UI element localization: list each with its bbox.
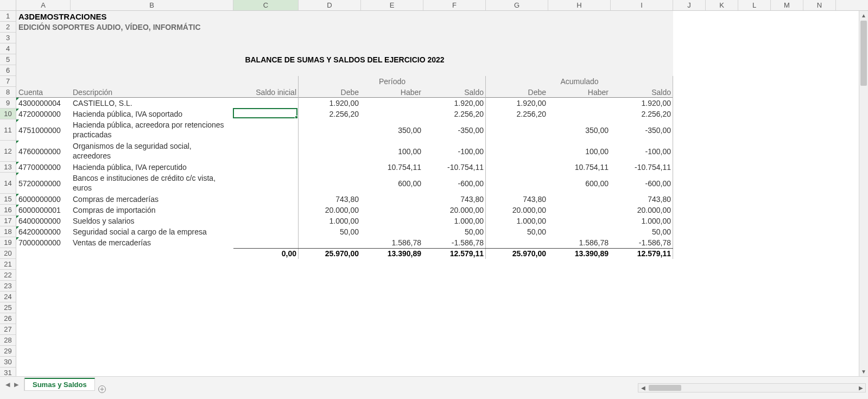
row-header-18[interactable]: 18: [0, 226, 16, 237]
total-ph: 13.390,89: [361, 248, 423, 259]
row-header-26[interactable]: 26: [0, 313, 16, 324]
cell-grid[interactable]: A3DEMOSTRACIONESEDICIÓN SOPORTES AUDIO, …: [16, 11, 868, 376]
cell-ah: 10.754,11: [548, 162, 611, 173]
scroll-down-arrow[interactable]: ▼: [859, 367, 868, 376]
row-header-23[interactable]: 23: [0, 281, 16, 292]
cell-ph: 600,00: [361, 173, 423, 194]
total-ad: 25.970,00: [486, 248, 548, 259]
col-header-N[interactable]: N: [803, 0, 836, 10]
cell-ps: -10.754,11: [423, 162, 486, 173]
hdr-descripcion: Descripción: [71, 87, 233, 98]
row-header-30[interactable]: 30: [0, 357, 16, 368]
tab-next-icon[interactable]: ▶: [14, 381, 18, 388]
col-header-G[interactable]: G: [486, 0, 548, 10]
hdr-cuenta: Cuenta: [16, 87, 71, 98]
row-header-17[interactable]: 17: [0, 216, 16, 226]
sheet-tab-active[interactable]: Sumas y Saldos: [24, 378, 95, 391]
cell-si: [233, 194, 299, 205]
col-header-J[interactable]: J: [673, 0, 706, 10]
cell-ad: [486, 237, 548, 248]
row-header-1[interactable]: 1: [0, 11, 16, 22]
cell-ad: 20.000,00: [486, 205, 548, 216]
cell-ad: 50,00: [486, 226, 548, 237]
scroll-left-arrow[interactable]: ◀: [638, 385, 648, 391]
tab-prev-icon[interactable]: ◀: [5, 381, 10, 388]
cell-si: [233, 205, 299, 216]
col-header-F[interactable]: F: [423, 0, 486, 10]
scroll-right-arrow[interactable]: ▶: [856, 385, 865, 391]
row-header-22[interactable]: 22: [0, 270, 16, 281]
row-header-14[interactable]: 14: [0, 173, 16, 194]
cell-ph: [361, 226, 423, 237]
col-header-L[interactable]: L: [738, 0, 771, 10]
row-header-20[interactable]: 20: [0, 248, 16, 259]
row-header-15[interactable]: 15: [0, 194, 16, 205]
col-header-A[interactable]: A: [16, 0, 71, 10]
row-header-13[interactable]: 13: [0, 162, 16, 173]
col-header-D[interactable]: D: [299, 0, 361, 10]
row-header-10[interactable]: 10: [0, 109, 16, 119]
row-header-21[interactable]: 21: [0, 259, 16, 270]
cell-ps: 50,00: [423, 226, 486, 237]
row-header-31[interactable]: 31: [0, 368, 16, 376]
cell-pd: 20.000,00: [299, 205, 361, 216]
row-header-25[interactable]: 25: [0, 302, 16, 313]
tab-nav-buttons[interactable]: ◀ ▶: [0, 378, 24, 391]
row-header-11[interactable]: 11: [0, 119, 16, 141]
cell-as: -10.754,11: [611, 162, 673, 173]
cell-as: -1.586,78: [611, 237, 673, 248]
row-header-29[interactable]: 29: [0, 346, 16, 357]
cell-as: 1.920,00: [611, 98, 673, 109]
vertical-scroll-thumb[interactable]: [860, 21, 867, 86]
row-header-12[interactable]: 12: [0, 141, 16, 162]
col-header-H[interactable]: H: [548, 0, 611, 10]
col-header-I[interactable]: I: [611, 0, 673, 10]
col-header-C[interactable]: C: [233, 0, 299, 10]
cell-ad: 1.920,00: [486, 98, 548, 109]
row-header-16[interactable]: 16: [0, 205, 16, 216]
horizontal-scroll-thumb[interactable]: [649, 385, 681, 391]
row-headers: 1234567891011121314151617181920212223242…: [0, 11, 16, 376]
cell-desc: Hacienda pública, acreedora por retencio…: [71, 119, 233, 141]
row-header-28[interactable]: 28: [0, 335, 16, 346]
cell-cuenta: 5720000000: [16, 173, 71, 194]
col-header-B[interactable]: B: [71, 0, 233, 10]
vertical-scrollbar[interactable]: ▲ ▼: [859, 11, 868, 376]
row-header-19[interactable]: 19: [0, 237, 16, 248]
col-header-M[interactable]: M: [771, 0, 803, 10]
cell-desc: Hacienda pública, IVA soportado: [71, 109, 233, 119]
cell-as: 20.000,00: [611, 205, 673, 216]
row-header-2[interactable]: 2: [0, 22, 16, 33]
cell-cuenta: 6000000001: [16, 205, 71, 216]
cell-ah: 600,00: [548, 173, 611, 194]
cell-pd: 1.920,00: [299, 98, 361, 109]
row-header-9[interactable]: 9: [0, 98, 16, 109]
report-title: BALANCE DE SUMAS Y SALDOS DEL EJERCICIO …: [16, 54, 673, 65]
row-header-27[interactable]: 27: [0, 324, 16, 335]
sheet-tab-label: Sumas y Saldos: [33, 381, 87, 389]
row-header-6[interactable]: 6: [0, 65, 16, 76]
col-header-E[interactable]: E: [361, 0, 423, 10]
cell-pd: [299, 173, 361, 194]
row-header-24[interactable]: 24: [0, 292, 16, 302]
cell-ad: [486, 141, 548, 162]
row-header-8[interactable]: 8: [0, 87, 16, 98]
row-header-3[interactable]: 3: [0, 33, 16, 43]
cell-ps: 1.920,00: [423, 98, 486, 109]
cell-pd: [299, 237, 361, 248]
select-all-corner[interactable]: [0, 0, 16, 11]
horizontal-scrollbar[interactable]: ◀ ▶: [638, 383, 866, 392]
scroll-up-arrow[interactable]: ▲: [859, 11, 868, 20]
row-header-5[interactable]: 5: [0, 54, 16, 65]
row-header-4[interactable]: 4: [0, 43, 16, 54]
new-sheet-button[interactable]: [95, 379, 109, 399]
row-header-7[interactable]: 7: [0, 76, 16, 87]
cell-cuenta: 6400000000: [16, 216, 71, 226]
cell-ps: 1.000,00: [423, 216, 486, 226]
cell-desc: Compras de importación: [71, 205, 233, 216]
cell-si: [233, 119, 299, 141]
hdr-saldo-inicial: Saldo inicial: [233, 87, 299, 98]
cell-ah: [548, 98, 611, 109]
total-as: 12.579,11: [611, 248, 673, 259]
col-header-K[interactable]: K: [706, 0, 738, 10]
